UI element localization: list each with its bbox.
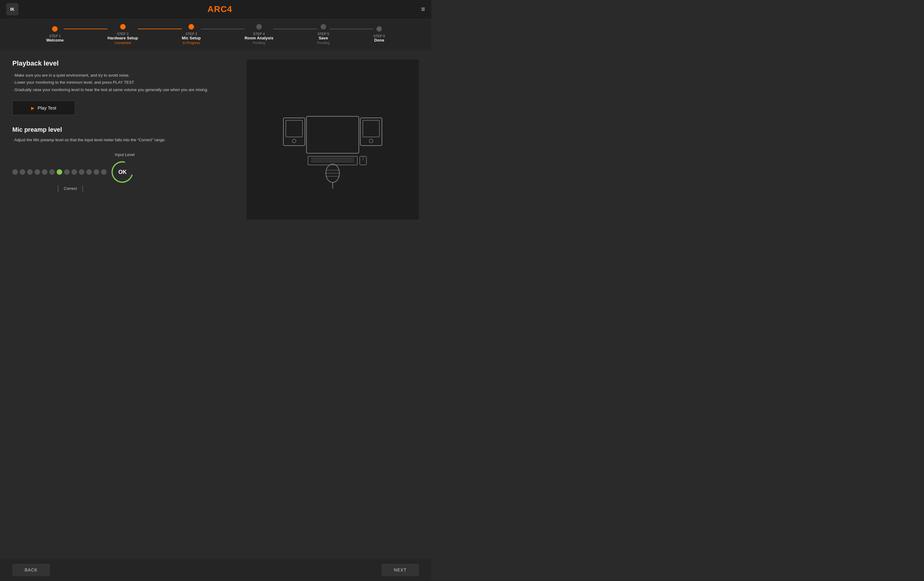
- step-6-circle: ✓: [376, 26, 382, 32]
- dot-6: [49, 169, 55, 175]
- play-icon: ▶: [31, 105, 35, 110]
- step-4: STEP 4 Room Analysis Pending: [244, 24, 273, 44]
- step-4-name: Room Analysis: [244, 36, 273, 40]
- playback-instructions: Make sure you are in a quiet environment…: [12, 72, 237, 93]
- dot-5: [42, 169, 48, 175]
- input-level-section: Input Level: [12, 152, 237, 192]
- connector-3-4: [201, 29, 244, 29]
- connector-5-6: [330, 29, 373, 29]
- step-6-number: STEP 6: [373, 34, 385, 38]
- step-5-circle: [321, 24, 326, 30]
- mic-preamp-title: Mic preamp level: [12, 126, 237, 133]
- play-test-button[interactable]: ▶ Play Test: [12, 100, 75, 115]
- playback-title: Playback level: [12, 59, 237, 67]
- step-6: ✓ STEP 6 Done: [373, 26, 385, 43]
- app-header: IK ARC4 ≡: [0, 0, 431, 18]
- step-4-circle: [256, 24, 262, 30]
- step-5-name: Save: [317, 36, 330, 40]
- step-5: STEP 5 Save Pending: [317, 24, 330, 44]
- step-4-status: Pending: [244, 41, 273, 44]
- step-2-status: Completed: [107, 41, 138, 44]
- input-level-label: Input Level: [12, 152, 237, 157]
- step-1-number: STEP 1: [46, 34, 64, 38]
- step-5-number: STEP 5: [317, 32, 330, 36]
- step-4-number: STEP 4: [244, 32, 273, 36]
- menu-icon[interactable]: ≡: [421, 5, 425, 13]
- step-2-number: STEP 2: [107, 32, 138, 36]
- left-panel: Playback level Make sure you are in a qu…: [12, 59, 237, 219]
- main-content: Playback level Make sure you are in a qu…: [0, 50, 431, 229]
- dot-2: [20, 169, 25, 175]
- svg-point-5: [369, 139, 373, 143]
- dot-10: [79, 169, 84, 175]
- step-3-name: Mic Setup: [182, 36, 201, 40]
- correct-label: Correct: [64, 186, 77, 191]
- stepper: STEP 1 Welcome STEP 2 Hardware Setup Com…: [0, 18, 431, 50]
- dot-9: [71, 169, 77, 175]
- correct-line-right: [82, 185, 83, 192]
- app-title: ARC4: [207, 4, 232, 14]
- dot-11: [86, 169, 92, 175]
- step-6-name: Done: [373, 38, 385, 43]
- dot-13: [101, 169, 107, 175]
- step-2: STEP 2 Hardware Setup Completed: [107, 24, 138, 44]
- step-1-name: Welcome: [46, 38, 64, 43]
- connector-4-5: [273, 29, 317, 29]
- step-3-status: In Progress: [182, 41, 201, 44]
- svg-rect-6: [307, 116, 359, 153]
- step-3: STEP 3 Mic Setup In Progress: [182, 24, 201, 44]
- ok-indicator: OK: [107, 157, 137, 187]
- level-meter-row: OK: [12, 161, 237, 183]
- monitor: [307, 116, 366, 165]
- step-2-circle: [120, 24, 125, 30]
- mic-preamp-instructions: Adjust the Mic preamp level so that the …: [12, 136, 237, 143]
- svg-rect-7: [308, 156, 357, 165]
- svg-rect-1: [286, 120, 302, 137]
- svg-rect-3: [360, 118, 382, 146]
- step-1: STEP 1 Welcome: [46, 26, 64, 43]
- step-2-name: Hardware Setup: [107, 36, 138, 40]
- dot-8: [64, 169, 69, 175]
- dot-7: [57, 169, 62, 175]
- dot-4: [35, 169, 40, 175]
- svg-rect-4: [363, 120, 380, 137]
- connector-2-3: [138, 29, 182, 29]
- svg-rect-0: [283, 118, 305, 146]
- step-1-circle: [52, 26, 58, 32]
- dot-1: [12, 169, 18, 175]
- svg-point-2: [292, 139, 296, 143]
- dot-12: [94, 169, 99, 175]
- app-logo: IK: [6, 3, 18, 15]
- setup-illustration: [274, 90, 391, 189]
- level-dots: [12, 169, 107, 175]
- microphone: [322, 164, 343, 189]
- dot-3: [27, 169, 33, 175]
- step-3-circle: [188, 24, 194, 30]
- correct-range: Correct: [58, 185, 237, 192]
- right-speaker: [360, 118, 382, 146]
- correct-line-left: [58, 185, 58, 192]
- step-3-number: STEP 3: [182, 32, 201, 36]
- connector-1-2: [64, 29, 107, 29]
- left-speaker: [283, 118, 305, 146]
- step-5-status: Pending: [317, 41, 330, 44]
- right-panel: [246, 59, 419, 219]
